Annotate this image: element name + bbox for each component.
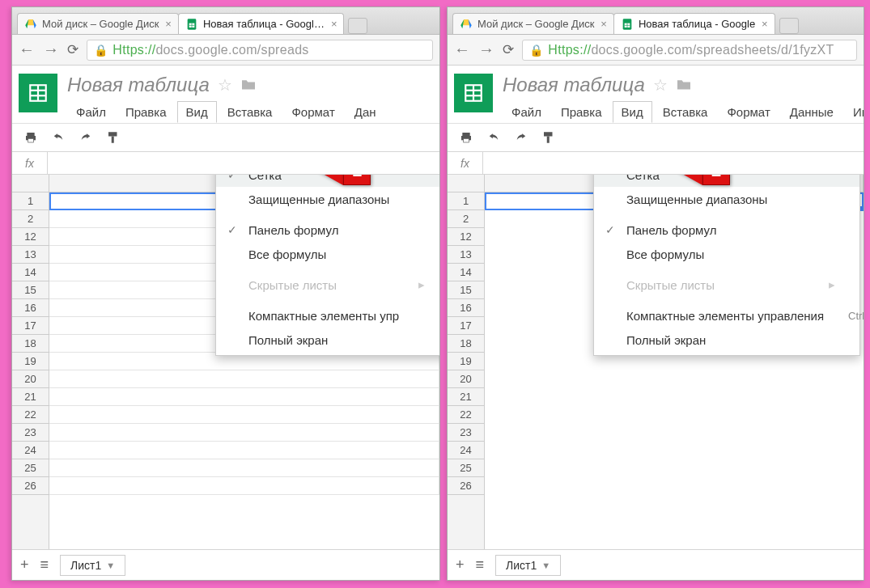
menu-protected-ranges[interactable]: Защищенные диапазоны — [594, 187, 859, 211]
cell[interactable] — [49, 424, 439, 442]
menu-fullscreen[interactable]: Полный экран — [216, 328, 439, 352]
menu-compact-controls[interactable]: Компактные элементы управленияCtrl+ — [594, 303, 859, 328]
menu-compact-controls[interactable]: Компактные элементы упр — [216, 303, 439, 328]
row-header[interactable]: 14 — [12, 264, 49, 281]
menu-fullscreen[interactable]: Полный экран — [594, 328, 859, 352]
row-header[interactable]: 20 — [12, 370, 49, 388]
row-header[interactable]: 13 — [12, 246, 49, 264]
row-header[interactable]: 17 — [448, 317, 484, 335]
row-header[interactable]: 17 — [12, 317, 49, 335]
menu-edit[interactable]: Правка — [552, 101, 611, 123]
all-sheets-button[interactable]: ≡ — [476, 556, 485, 573]
spreadsheet-grid[interactable]: A 12121314151617181920212223242526 Закре… — [12, 175, 439, 549]
row-header[interactable]: 2 — [448, 210, 484, 228]
doc-title[interactable]: Новая таблица — [67, 74, 210, 96]
doc-title[interactable]: Новая таблица — [503, 74, 645, 96]
row-header[interactable]: 23 — [448, 424, 484, 442]
menu-format[interactable]: Формат — [718, 101, 779, 123]
redo-icon[interactable] — [514, 132, 528, 143]
folder-icon[interactable] — [240, 76, 257, 95]
select-all-corner[interactable] — [12, 175, 49, 192]
reload-button[interactable]: ⟳ — [67, 41, 79, 58]
menu-data[interactable]: Дан — [346, 101, 385, 123]
browser-tab-drive[interactable]: Мой диск – Google Диск × — [17, 13, 179, 34]
close-icon[interactable]: × — [601, 18, 607, 30]
close-icon[interactable]: × — [762, 18, 768, 30]
menu-formula-bar[interactable]: ✓Панель формул — [216, 218, 439, 242]
row-header[interactable]: 2 — [12, 210, 49, 228]
browser-tab-sheets[interactable]: Новая таблица - Google × — [613, 13, 775, 34]
row-header[interactable]: 12 — [12, 228, 49, 246]
cell[interactable] — [485, 459, 864, 477]
row-header[interactable]: 19 — [12, 353, 49, 370]
row-header[interactable]: 26 — [448, 477, 484, 495]
back-button[interactable]: ← — [454, 40, 470, 59]
address-bar[interactable]: 🔒 Https:// docs.google.com/spreadsheets/… — [522, 40, 857, 61]
menu-insert[interactable]: Вставка — [654, 101, 717, 123]
row-header[interactable]: 13 — [448, 246, 484, 264]
menu-all-formulas[interactable]: Все формулы — [594, 242, 859, 266]
menu-data[interactable]: Данные — [781, 101, 842, 123]
reload-button[interactable]: ⟳ — [503, 41, 514, 58]
row-header[interactable]: 25 — [448, 459, 484, 477]
sheets-logo[interactable] — [19, 74, 57, 112]
cell[interactable] — [49, 406, 439, 424]
spreadsheet-grid[interactable]: A 12121314151617181920212223242526 Закре… — [448, 175, 864, 549]
star-icon[interactable]: ☆ — [218, 75, 232, 95]
menu-insert[interactable]: Вставка — [219, 101, 282, 123]
menu-all-formulas[interactable]: Все формулы — [216, 242, 439, 266]
add-sheet-button[interactable]: + — [456, 556, 465, 573]
row-header[interactable]: 24 — [12, 442, 49, 459]
new-tab-button[interactable] — [779, 18, 799, 34]
print-icon[interactable] — [459, 131, 473, 144]
cell[interactable] — [49, 459, 439, 477]
print-icon[interactable] — [23, 131, 38, 144]
menu-file[interactable]: Файл — [503, 101, 550, 123]
browser-tab-sheets[interactable]: Новая таблица - Googl… × — [178, 13, 345, 34]
undo-icon[interactable] — [486, 132, 501, 143]
cell[interactable] — [485, 370, 864, 388]
row-header[interactable]: 1 — [12, 192, 49, 210]
cell[interactable] — [49, 370, 439, 388]
forward-button[interactable]: → — [478, 40, 494, 59]
row-header[interactable]: 20 — [448, 370, 484, 388]
undo-icon[interactable] — [51, 132, 66, 143]
paint-format-icon[interactable] — [541, 130, 556, 145]
menu-edit[interactable]: Правка — [117, 101, 176, 123]
row-header[interactable]: 12 — [448, 228, 484, 246]
cell[interactable] — [485, 388, 864, 406]
row-header[interactable]: 25 — [12, 459, 49, 477]
paint-format-icon[interactable] — [106, 130, 121, 145]
menu-protected-ranges[interactable]: Защищенные диапазоны — [216, 187, 439, 211]
chevron-down-icon[interactable]: ▼ — [541, 561, 550, 570]
row-header[interactable]: 16 — [448, 299, 484, 317]
menu-format[interactable]: Формат — [282, 101, 343, 123]
row-header[interactable]: 21 — [448, 388, 484, 406]
menu-view[interactable]: Вид — [613, 101, 652, 123]
cell[interactable] — [49, 388, 439, 406]
menu-view[interactable]: Вид — [177, 101, 217, 123]
new-tab-button[interactable] — [348, 18, 367, 34]
row-header[interactable]: 23 — [12, 424, 49, 442]
cell[interactable] — [485, 424, 864, 442]
menu-file[interactable]: Файл — [67, 101, 115, 123]
folder-icon[interactable] — [676, 76, 692, 95]
menu-formula-bar[interactable]: ✓Панель формул — [594, 218, 859, 242]
row-header[interactable]: 1 — [448, 192, 484, 210]
row-header[interactable]: 14 — [448, 264, 484, 281]
all-sheets-button[interactable]: ≡ — [40, 556, 49, 573]
row-header[interactable]: 18 — [12, 335, 49, 353]
address-bar[interactable]: 🔒 Https:// docs.google.com/spreads — [87, 40, 433, 61]
chevron-down-icon[interactable]: ▼ — [106, 561, 115, 570]
cell[interactable] — [485, 406, 864, 424]
close-icon[interactable]: × — [331, 18, 337, 30]
star-icon[interactable]: ☆ — [653, 75, 668, 95]
close-icon[interactable]: × — [165, 18, 172, 30]
row-header[interactable]: 24 — [448, 442, 484, 459]
row-header[interactable]: 16 — [12, 299, 49, 317]
row-header[interactable]: 19 — [448, 353, 484, 370]
row-header[interactable]: 21 — [12, 388, 49, 406]
cell[interactable] — [49, 477, 439, 495]
add-sheet-button[interactable]: + — [20, 556, 29, 573]
cell[interactable] — [485, 477, 864, 495]
